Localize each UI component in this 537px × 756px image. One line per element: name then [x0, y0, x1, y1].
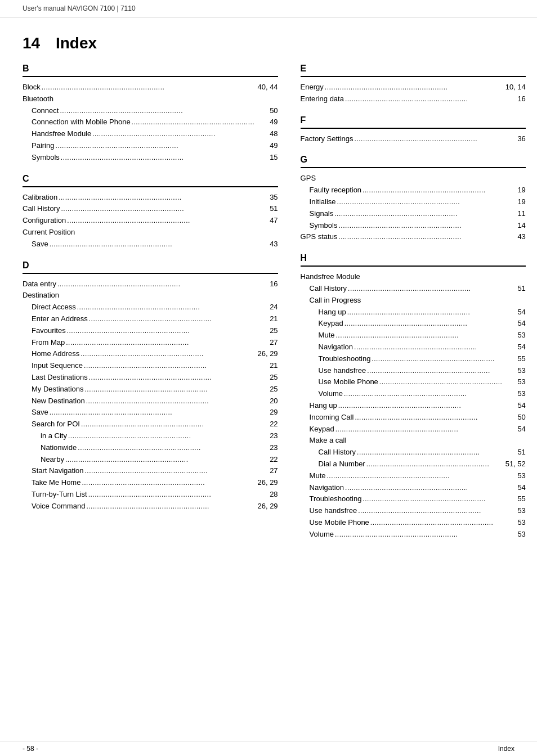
entry-dots: ........................................…: [54, 141, 178, 151]
entry-page: 21: [254, 360, 278, 372]
entry-page: 53: [502, 470, 526, 482]
list-item: Destination: [23, 290, 278, 302]
entry-dots: ........................................…: [60, 204, 184, 214]
entry-dots: ........................................…: [64, 454, 188, 465]
entry-dots: ........................................…: [356, 447, 480, 458]
list-item: Enter an Address........................…: [23, 313, 278, 325]
list-item: Incoming Call...........................…: [301, 412, 526, 424]
entry-page: 16: [254, 278, 278, 290]
entry-name: Handsfree Module: [32, 128, 91, 140]
list-item: Use handsfree...........................…: [301, 505, 526, 517]
section-letter: E: [301, 64, 526, 77]
entry-name: Use Mobile Phone: [319, 376, 378, 388]
entry-name: From Map: [32, 337, 65, 349]
entry-page: 25: [254, 325, 278, 337]
entry-page: 53: [502, 365, 526, 377]
entry-dots: ........................................…: [334, 424, 458, 435]
list-item: Signals.................................…: [301, 208, 526, 220]
entry-name: Make a call: [310, 435, 347, 447]
entry-dots: ........................................…: [41, 82, 164, 93]
entry-name: Favourites: [32, 325, 66, 337]
entry-dots: ........................................…: [366, 366, 490, 376]
list-item: Symbols.................................…: [23, 152, 278, 164]
chapter-title-text: Index: [56, 34, 97, 52]
entry-page: 25: [254, 372, 278, 384]
entry-name: Energy: [301, 82, 324, 93]
entry-page: 26, 29: [254, 501, 278, 512]
header-text: User's manual NAVIGON 7100 | 7110: [23, 4, 136, 12]
section-letter: B: [23, 64, 278, 77]
entry-page: 53: [502, 330, 526, 341]
list-item: Factory Settings........................…: [301, 133, 526, 145]
list-item: Dial a Number...........................…: [301, 458, 526, 470]
list-item: Navigation..............................…: [301, 341, 526, 353]
entry-name: Pairing: [32, 140, 54, 152]
entry-page: 55: [502, 493, 526, 505]
entry-dots: ........................................…: [337, 232, 461, 242]
list-item: Last Destinations.......................…: [23, 372, 278, 384]
entry-dots: ........................................…: [91, 129, 215, 140]
entry-name: Save: [32, 407, 48, 418]
entry-dots: ........................................…: [76, 302, 200, 313]
entry-name: Direct Access: [32, 302, 76, 313]
entry-page: 11: [502, 208, 526, 220]
entry-name: Navigation: [310, 482, 344, 494]
list-item: From Map................................…: [23, 337, 278, 349]
entry-dots: ........................................…: [336, 197, 460, 208]
entry-name: GPS: [301, 173, 316, 184]
entry-page: 51: [254, 203, 278, 215]
list-item: Current Position: [23, 227, 278, 238]
entry-dots: ........................................…: [347, 284, 471, 294]
entry-name: Call in Progress: [310, 295, 361, 307]
list-item: Hang up.................................…: [301, 307, 526, 318]
entry-page: 54: [502, 318, 526, 330]
entry-name: Take Me Home: [32, 477, 80, 489]
list-item: Troubleshooting.........................…: [301, 493, 526, 505]
right-column: EEnergy.................................…: [301, 64, 526, 551]
entry-name: Call History: [23, 203, 60, 215]
entry-dots: ........................................…: [77, 443, 200, 453]
list-item: Voice Command...........................…: [23, 501, 278, 512]
entry-name: Incoming Call: [310, 412, 354, 424]
entry-name: Troubleshooting: [319, 353, 371, 365]
entry-page: 16: [502, 93, 526, 105]
entry-dots: ........................................…: [66, 326, 190, 336]
entry-name: Search for POI: [32, 418, 80, 430]
index-section-e: EEnergy.................................…: [301, 64, 526, 105]
entry-page: 40, 44: [254, 82, 278, 93]
index-section-d: DData entry.............................…: [23, 260, 278, 512]
page-header: User's manual NAVIGON 7100 | 7110: [0, 0, 537, 17]
entry-dots: ........................................…: [357, 506, 481, 516]
entry-dots: ........................................…: [361, 185, 485, 196]
entry-name: Volume: [310, 529, 334, 541]
entry-page: 50: [502, 412, 526, 424]
entry-page: 54: [502, 400, 526, 412]
entry-dots: ........................................…: [87, 489, 211, 500]
entry-name: Bluetooth: [23, 93, 53, 105]
entry-page: 22: [254, 418, 278, 430]
list-item: Pairing.................................…: [23, 140, 278, 152]
entry-name: Connect: [32, 105, 59, 117]
entry-name: in a City: [41, 430, 67, 442]
entry-name: Turn-by-Turn List: [32, 489, 87, 501]
list-item: Configuration...........................…: [23, 215, 278, 227]
entry-page: 50: [254, 105, 278, 117]
entry-name: Voice Command: [32, 501, 85, 512]
chapter-number: 14: [23, 34, 40, 52]
index-section-b: BBlock..................................…: [23, 64, 278, 164]
list-item: Block...................................…: [23, 82, 278, 93]
list-item: GPS: [301, 173, 526, 184]
list-item: Call History............................…: [301, 447, 526, 458]
entry-name: Troubleshooting: [310, 493, 362, 505]
entry-dots: ........................................…: [131, 117, 254, 128]
list-item: Keypad..................................…: [301, 318, 526, 330]
entry-dots: ........................................…: [337, 220, 461, 231]
entry-page: 28: [254, 489, 278, 501]
entry-name: GPS status: [301, 231, 338, 243]
list-item: Calibration.............................…: [23, 192, 278, 204]
list-item: Input Sequence..........................…: [23, 360, 278, 372]
entry-name: Initialise: [310, 196, 336, 208]
entry-page: 55: [502, 353, 526, 365]
entry-page: 29: [254, 407, 278, 418]
entry-name: Save: [32, 238, 48, 250]
